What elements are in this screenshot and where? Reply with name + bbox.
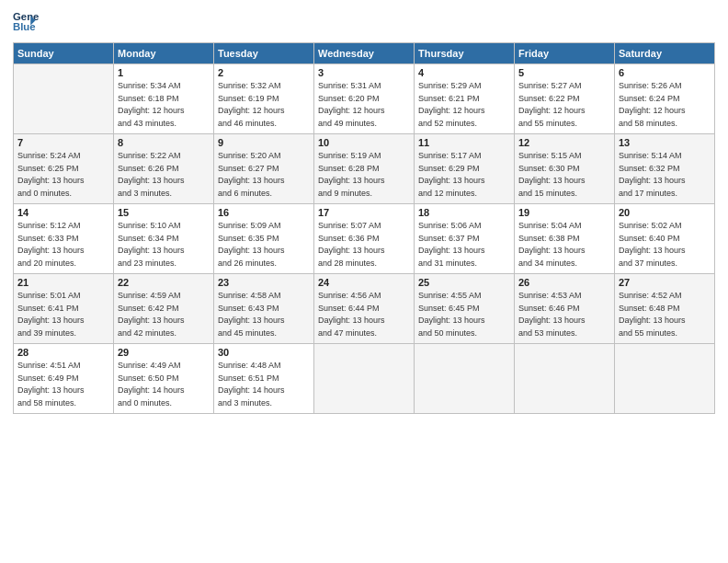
calendar-cell: 20Sunrise: 5:02 AM Sunset: 6:40 PM Dayli… bbox=[615, 204, 715, 274]
day-number: 26 bbox=[518, 277, 610, 288]
day-info: Sunrise: 4:56 AM Sunset: 6:44 PM Dayligh… bbox=[318, 290, 410, 339]
day-number: 23 bbox=[218, 277, 310, 288]
calendar-cell: 12Sunrise: 5:15 AM Sunset: 6:30 PM Dayli… bbox=[515, 134, 615, 204]
calendar-cell bbox=[314, 344, 415, 414]
day-number: 21 bbox=[17, 277, 109, 288]
day-info: Sunrise: 5:04 AM Sunset: 6:38 PM Dayligh… bbox=[518, 220, 610, 270]
calendar-cell: 29Sunrise: 4:49 AM Sunset: 6:50 PM Dayli… bbox=[114, 344, 214, 414]
day-number: 7 bbox=[17, 137, 109, 148]
calendar-cell: 15Sunrise: 5:10 AM Sunset: 6:34 PM Dayli… bbox=[114, 204, 214, 274]
calendar-cell: 25Sunrise: 4:55 AM Sunset: 6:45 PM Dayli… bbox=[415, 274, 515, 344]
day-info: Sunrise: 4:51 AM Sunset: 6:49 PM Dayligh… bbox=[17, 360, 109, 409]
day-number: 4 bbox=[418, 67, 510, 78]
calendar-page: General Blue SundayMondayTuesdayWednesda… bbox=[0, 0, 728, 563]
day-info: Sunrise: 5:14 AM Sunset: 6:32 PM Dayligh… bbox=[619, 150, 711, 200]
day-info: Sunrise: 5:19 AM Sunset: 6:28 PM Dayligh… bbox=[318, 150, 410, 200]
weekday-header-cell: Sunday bbox=[14, 43, 114, 64]
calendar-cell bbox=[615, 344, 715, 414]
day-info: Sunrise: 4:55 AM Sunset: 6:45 PM Dayligh… bbox=[418, 290, 510, 339]
calendar-cell: 3Sunrise: 5:31 AM Sunset: 6:20 PM Daylig… bbox=[314, 64, 415, 134]
day-info: Sunrise: 5:17 AM Sunset: 6:29 PM Dayligh… bbox=[418, 150, 510, 200]
day-number: 22 bbox=[118, 277, 210, 288]
day-number: 9 bbox=[218, 137, 310, 148]
day-info: Sunrise: 5:32 AM Sunset: 6:19 PM Dayligh… bbox=[218, 80, 310, 130]
header: General Blue bbox=[13, 9, 715, 35]
calendar-cell: 26Sunrise: 4:53 AM Sunset: 6:46 PM Dayli… bbox=[515, 274, 615, 344]
calendar-cell: 10Sunrise: 5:19 AM Sunset: 6:28 PM Dayli… bbox=[314, 134, 415, 204]
calendar-cell bbox=[515, 344, 615, 414]
day-info: Sunrise: 5:31 AM Sunset: 6:20 PM Dayligh… bbox=[318, 80, 410, 130]
calendar-cell: 11Sunrise: 5:17 AM Sunset: 6:29 PM Dayli… bbox=[415, 134, 515, 204]
calendar-cell: 2Sunrise: 5:32 AM Sunset: 6:19 PM Daylig… bbox=[214, 64, 314, 134]
day-number: 18 bbox=[418, 207, 510, 218]
day-number: 15 bbox=[118, 207, 210, 218]
weekday-header-cell: Thursday bbox=[415, 43, 515, 64]
day-info: Sunrise: 5:24 AM Sunset: 6:25 PM Dayligh… bbox=[17, 150, 109, 200]
day-number: 24 bbox=[318, 277, 410, 288]
day-info: Sunrise: 4:53 AM Sunset: 6:46 PM Dayligh… bbox=[518, 290, 610, 339]
calendar-cell: 14Sunrise: 5:12 AM Sunset: 6:33 PM Dayli… bbox=[14, 204, 114, 274]
calendar-week-row: 21Sunrise: 5:01 AM Sunset: 6:41 PM Dayli… bbox=[14, 274, 715, 344]
day-number: 25 bbox=[418, 277, 510, 288]
day-info: Sunrise: 5:27 AM Sunset: 6:22 PM Dayligh… bbox=[518, 80, 610, 130]
calendar-cell: 5Sunrise: 5:27 AM Sunset: 6:22 PM Daylig… bbox=[515, 64, 615, 134]
day-info: Sunrise: 5:20 AM Sunset: 6:27 PM Dayligh… bbox=[218, 150, 310, 200]
calendar-cell: 21Sunrise: 5:01 AM Sunset: 6:41 PM Dayli… bbox=[14, 274, 114, 344]
weekday-header-cell: Tuesday bbox=[214, 43, 314, 64]
weekday-header-cell: Wednesday bbox=[314, 43, 415, 64]
day-info: Sunrise: 4:49 AM Sunset: 6:50 PM Dayligh… bbox=[118, 360, 210, 409]
calendar-cell bbox=[415, 344, 515, 414]
calendar-cell: 6Sunrise: 5:26 AM Sunset: 6:24 PM Daylig… bbox=[615, 64, 715, 134]
day-info: Sunrise: 5:26 AM Sunset: 6:24 PM Dayligh… bbox=[619, 80, 711, 130]
day-info: Sunrise: 4:58 AM Sunset: 6:43 PM Dayligh… bbox=[218, 290, 310, 339]
day-info: Sunrise: 5:07 AM Sunset: 6:36 PM Dayligh… bbox=[318, 220, 410, 270]
day-number: 13 bbox=[619, 137, 711, 148]
calendar-cell bbox=[14, 64, 114, 134]
calendar-week-row: 14Sunrise: 5:12 AM Sunset: 6:33 PM Dayli… bbox=[14, 204, 715, 274]
day-number: 27 bbox=[619, 277, 711, 288]
day-number: 12 bbox=[518, 137, 610, 148]
day-number: 10 bbox=[318, 137, 410, 148]
calendar-week-row: 7Sunrise: 5:24 AM Sunset: 6:25 PM Daylig… bbox=[14, 134, 715, 204]
calendar-week-row: 1Sunrise: 5:34 AM Sunset: 6:18 PM Daylig… bbox=[14, 64, 715, 134]
weekday-header-row: SundayMondayTuesdayWednesdayThursdayFrid… bbox=[14, 43, 715, 64]
calendar-cell: 23Sunrise: 4:58 AM Sunset: 6:43 PM Dayli… bbox=[214, 274, 314, 344]
day-number: 29 bbox=[118, 347, 210, 358]
calendar-table: SundayMondayTuesdayWednesdayThursdayFrid… bbox=[13, 42, 715, 414]
day-info: Sunrise: 4:59 AM Sunset: 6:42 PM Dayligh… bbox=[118, 290, 210, 339]
day-info: Sunrise: 5:06 AM Sunset: 6:37 PM Dayligh… bbox=[418, 220, 510, 270]
day-info: Sunrise: 5:09 AM Sunset: 6:35 PM Dayligh… bbox=[218, 220, 310, 270]
day-info: Sunrise: 4:52 AM Sunset: 6:48 PM Dayligh… bbox=[619, 290, 711, 339]
day-info: Sunrise: 5:15 AM Sunset: 6:30 PM Dayligh… bbox=[518, 150, 610, 200]
day-number: 30 bbox=[218, 347, 310, 358]
weekday-header-cell: Monday bbox=[114, 43, 214, 64]
calendar-cell: 22Sunrise: 4:59 AM Sunset: 6:42 PM Dayli… bbox=[114, 274, 214, 344]
day-info: Sunrise: 5:02 AM Sunset: 6:40 PM Dayligh… bbox=[619, 220, 711, 270]
calendar-cell: 1Sunrise: 5:34 AM Sunset: 6:18 PM Daylig… bbox=[114, 64, 214, 134]
day-info: Sunrise: 5:34 AM Sunset: 6:18 PM Dayligh… bbox=[118, 80, 210, 130]
calendar-body: 1Sunrise: 5:34 AM Sunset: 6:18 PM Daylig… bbox=[14, 64, 715, 414]
day-number: 20 bbox=[619, 207, 711, 218]
day-number: 14 bbox=[17, 207, 109, 218]
day-info: Sunrise: 5:10 AM Sunset: 6:34 PM Dayligh… bbox=[118, 220, 210, 270]
day-number: 1 bbox=[118, 67, 210, 78]
calendar-cell: 28Sunrise: 4:51 AM Sunset: 6:49 PM Dayli… bbox=[14, 344, 114, 414]
calendar-cell: 27Sunrise: 4:52 AM Sunset: 6:48 PM Dayli… bbox=[615, 274, 715, 344]
calendar-cell: 17Sunrise: 5:07 AM Sunset: 6:36 PM Dayli… bbox=[314, 204, 415, 274]
calendar-cell: 30Sunrise: 4:48 AM Sunset: 6:51 PM Dayli… bbox=[214, 344, 314, 414]
day-number: 6 bbox=[619, 67, 711, 78]
day-info: Sunrise: 5:01 AM Sunset: 6:41 PM Dayligh… bbox=[17, 290, 109, 339]
day-info: Sunrise: 4:48 AM Sunset: 6:51 PM Dayligh… bbox=[218, 360, 310, 409]
day-number: 3 bbox=[318, 67, 410, 78]
logo-icon: General Blue bbox=[13, 9, 39, 35]
day-number: 28 bbox=[17, 347, 109, 358]
calendar-cell: 7Sunrise: 5:24 AM Sunset: 6:25 PM Daylig… bbox=[14, 134, 114, 204]
calendar-cell: 13Sunrise: 5:14 AM Sunset: 6:32 PM Dayli… bbox=[615, 134, 715, 204]
day-number: 8 bbox=[118, 137, 210, 148]
calendar-week-row: 28Sunrise: 4:51 AM Sunset: 6:49 PM Dayli… bbox=[14, 344, 715, 414]
day-info: Sunrise: 5:29 AM Sunset: 6:21 PM Dayligh… bbox=[418, 80, 510, 130]
day-number: 2 bbox=[218, 67, 310, 78]
calendar-cell: 8Sunrise: 5:22 AM Sunset: 6:26 PM Daylig… bbox=[114, 134, 214, 204]
calendar-cell: 24Sunrise: 4:56 AM Sunset: 6:44 PM Dayli… bbox=[314, 274, 415, 344]
calendar-cell: 4Sunrise: 5:29 AM Sunset: 6:21 PM Daylig… bbox=[415, 64, 515, 134]
